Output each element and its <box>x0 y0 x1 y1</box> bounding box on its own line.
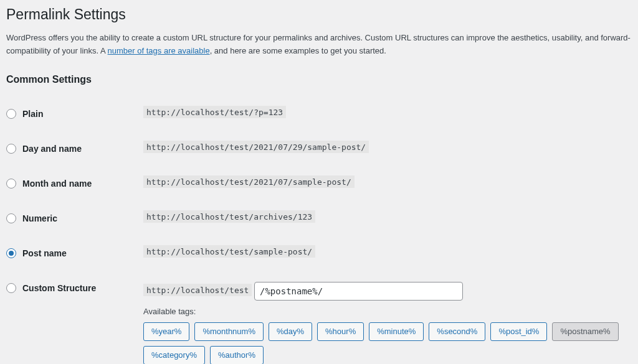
custom-structure-label: Custom Structure <box>22 283 96 293</box>
numeric-example: http://localhost/test/archives/123 <box>143 210 315 223</box>
permalink-options-table: Plain http://localhost/test/?p=123 Day a… <box>6 96 632 364</box>
day-name-example: http://localhost/test/2021/07/29/sample-… <box>143 141 369 153</box>
day-name-label: Day and name <box>22 144 82 154</box>
day-name-radio[interactable] <box>6 144 16 154</box>
custom-structure-input[interactable] <box>254 282 463 301</box>
post-name-example: http://localhost/test/sample-post/ <box>143 245 315 258</box>
tag-category-button[interactable]: %category% <box>143 346 205 364</box>
numeric-label: Numeric <box>22 213 57 223</box>
post-name-label: Post name <box>22 248 67 258</box>
tag-year-button[interactable]: %year% <box>143 322 189 341</box>
tags-available-link[interactable]: number of tags are available <box>108 46 210 55</box>
tag-day-button[interactable]: %day% <box>269 322 312 341</box>
tag-hour-button[interactable]: %hour% <box>317 322 364 341</box>
month-name-label: Month and name <box>22 179 92 189</box>
tag-monthnum-button[interactable]: %monthnum% <box>194 322 264 341</box>
custom-structure-base: http://localhost/test <box>143 284 252 296</box>
page-title: Permalink Settings <box>6 6 632 23</box>
numeric-radio[interactable] <box>6 213 16 223</box>
tag-minute-button[interactable]: %minute% <box>369 322 424 341</box>
month-name-example: http://localhost/test/2021/07/sample-pos… <box>143 175 355 188</box>
common-settings-heading: Common Settings <box>6 74 632 85</box>
post-name-radio[interactable] <box>6 248 16 258</box>
plain-label: Plain <box>22 109 43 119</box>
tag-buttons-container: %year% %monthnum% %day% %hour% %minute% … <box>143 322 626 364</box>
available-tags-label: Available tags: <box>143 307 626 316</box>
tag-second-button[interactable]: %second% <box>429 322 485 341</box>
month-name-radio[interactable] <box>6 179 16 189</box>
description-text-post: , and here are some examples to get you … <box>210 46 386 55</box>
tag-author-button[interactable]: %author% <box>210 346 264 364</box>
custom-structure-radio[interactable] <box>6 283 16 293</box>
tag-post-id-button[interactable]: %post_id% <box>490 322 547 341</box>
plain-radio[interactable] <box>6 109 16 119</box>
tag-postname-button[interactable]: %postname% <box>552 322 618 341</box>
page-description: WordPress offers you the ability to crea… <box>6 32 632 58</box>
plain-example: http://localhost/test/?p=123 <box>143 106 286 118</box>
